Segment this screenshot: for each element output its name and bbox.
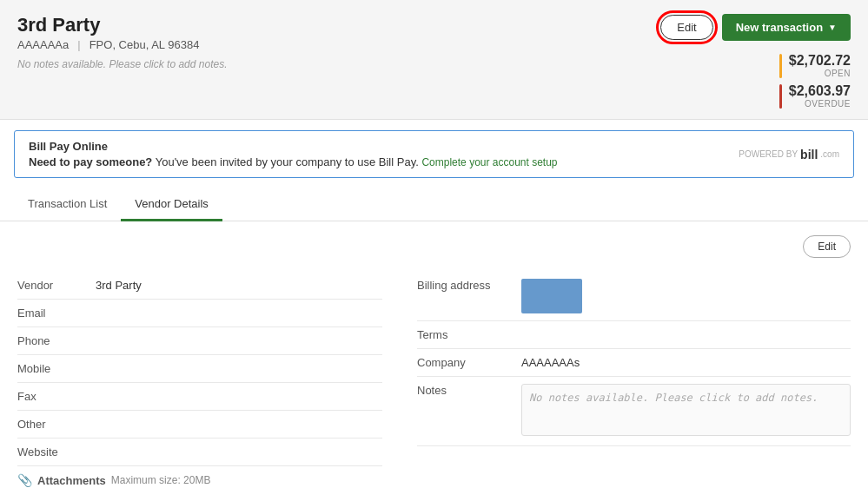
vendor-subtitle: AAAAAAa | FPO, Cebu, AL 96384 [17, 38, 660, 51]
content-edit-button[interactable]: Edit [803, 235, 851, 258]
new-transaction-label: New transaction [736, 21, 823, 34]
field-value-notes: No notes available. Please click to add … [521, 384, 851, 439]
field-email: Email [17, 300, 382, 327]
field-phone: Phone [17, 327, 382, 355]
field-label-terms: Terms [417, 328, 521, 341]
overdue-amount-label: OVERDUE [789, 99, 851, 109]
details-left: Vendor 3rd Party Email Phone Mobile Fax … [17, 272, 382, 488]
notes-textarea[interactable]: No notes available. Please click to add … [521, 384, 851, 436]
field-terms: Terms [417, 321, 851, 349]
divider: | [77, 38, 80, 51]
dot-com-text: .com [820, 149, 839, 159]
overdue-bar [779, 84, 782, 109]
overdue-amount-value: $2,603.97 [789, 83, 851, 99]
tab-transaction-list[interactable]: Transaction List [14, 188, 121, 221]
overdue-amount-block: $2,603.97 OVERDUE [779, 83, 851, 109]
field-label-website: Website [17, 445, 96, 458]
field-notes: Notes No notes available. Please click t… [417, 377, 851, 446]
attachments-row: 📎 Attachments Maximum size: 20MB [17, 466, 382, 488]
bill-pay-link[interactable]: Complete your account setup [421, 156, 557, 168]
open-amount-label: OPEN [789, 69, 851, 78]
field-mobile: Mobile [17, 355, 382, 383]
bill-pay-right: POWERED BY bill .com [739, 148, 839, 162]
field-label-email: Email [17, 307, 96, 320]
field-value-billing [521, 279, 851, 313]
field-label-billing: Billing address [417, 279, 521, 292]
bill-pay-banner: Bill Pay Online Need to pay someone? You… [14, 130, 854, 178]
field-label-company: Company [417, 356, 521, 369]
header-right: Edit New transaction ▼ $2,702.72 OPEN $2… [660, 14, 851, 109]
powered-by-text: POWERED BY [739, 149, 798, 159]
attachments-label: Attachments [37, 474, 106, 487]
bill-pay-desc-text: You've been invited by your company to u… [156, 155, 419, 168]
field-label-vendor: Vendor [17, 279, 96, 292]
header: 3rd Party AAAAAAa | FPO, Cebu, AL 96384 … [0, 0, 868, 120]
tab-vendor-details[interactable]: Vendor Details [121, 188, 222, 221]
vendor-location: FPO, Cebu, AL 96384 [89, 38, 200, 51]
field-website: Website [17, 439, 382, 466]
header-left: 3rd Party AAAAAAa | FPO, Cebu, AL 96384 … [17, 14, 660, 70]
header-buttons: Edit New transaction ▼ [660, 14, 851, 41]
field-value-company: AAAAAAAs [521, 356, 851, 369]
vendor-name: 3rd Party [17, 14, 660, 36]
edit-button[interactable]: Edit [660, 15, 712, 40]
billing-address-box [521, 279, 582, 313]
attachments-max: Maximum size: 20MB [111, 474, 211, 486]
bill-pay-desc-prefix: Need to pay someone? [29, 155, 152, 168]
tabs: Transaction List Vendor Details [0, 188, 868, 221]
vendor-id: AAAAAAa [17, 38, 69, 51]
vendor-notes: No notes available. Please click to add … [17, 58, 660, 70]
open-amount-value: $2,702.72 [789, 53, 851, 69]
field-billing-address: Billing address [417, 272, 851, 321]
open-amount-info: $2,702.72 OPEN [789, 53, 851, 78]
field-label-mobile: Mobile [17, 362, 96, 375]
bill-logo: bill [800, 148, 818, 162]
bill-pay-title: Bill Pay Online [29, 140, 558, 153]
field-label-phone: Phone [17, 334, 96, 347]
field-label-notes: Notes [417, 384, 521, 397]
field-label-fax: Fax [17, 390, 96, 403]
content-header: Edit [17, 235, 851, 258]
overdue-amount-info: $2,603.97 OVERDUE [789, 83, 851, 109]
field-company: Company AAAAAAAs [417, 349, 851, 377]
field-label-other: Other [17, 418, 96, 431]
open-amount-block: $2,702.72 OPEN [779, 53, 851, 78]
bill-pay-desc-row: Need to pay someone? You've been invited… [29, 155, 558, 168]
details-grid: Vendor 3rd Party Email Phone Mobile Fax … [17, 272, 851, 488]
new-transaction-button[interactable]: New transaction ▼ [722, 14, 851, 41]
open-bar [779, 54, 782, 78]
details-right: Billing address Terms Company AAAAAAAs N… [417, 272, 851, 488]
field-value-vendor: 3rd Party [96, 279, 382, 292]
clip-icon: 📎 [17, 473, 32, 487]
field-fax: Fax [17, 383, 382, 411]
field-vendor: Vendor 3rd Party [17, 272, 382, 300]
bill-pay-left: Bill Pay Online Need to pay someone? You… [29, 140, 558, 168]
content: Edit Vendor 3rd Party Email Phone Mobile… [0, 221, 868, 488]
caret-icon: ▼ [828, 23, 837, 32]
field-other: Other [17, 411, 382, 439]
